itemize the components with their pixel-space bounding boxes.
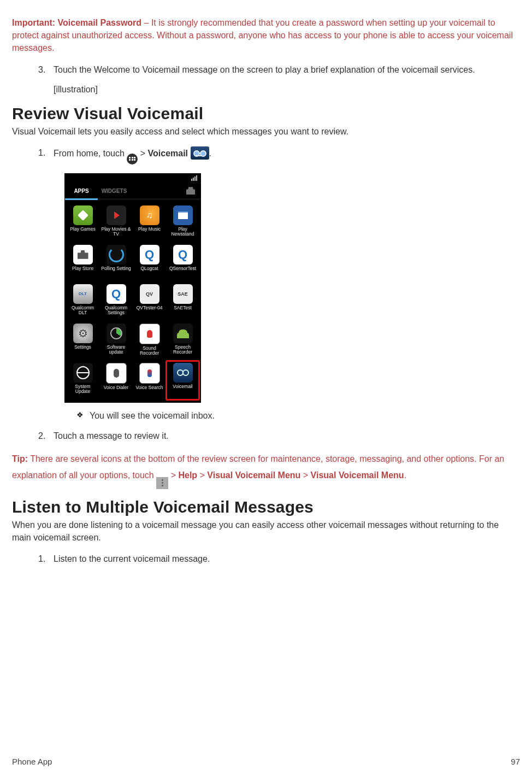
listen-step-1-text: Listen to the current voicemail message. bbox=[54, 554, 210, 563]
app-label: Play Games bbox=[70, 227, 95, 232]
review-bullet-inbox: You will see the voicemail inbox. bbox=[76, 409, 520, 422]
period-1: . bbox=[209, 149, 211, 158]
apps-screenshot: APPS WIDGETS Play GamesPlay Movies & TVP… bbox=[64, 173, 520, 403]
app-icon bbox=[140, 245, 159, 264]
app-label: Play Store bbox=[72, 266, 93, 271]
step-3: 3. Touch the Welcome to Voicemail messag… bbox=[38, 63, 520, 76]
app-qualcomm-settings[interactable]: Qualcomm Settings bbox=[99, 282, 133, 321]
app-play-newsstand[interactable]: Play Newsstand bbox=[166, 203, 199, 243]
app-play-games[interactable]: Play Games bbox=[66, 203, 99, 243]
app-play-store[interactable]: Play Store bbox=[66, 243, 99, 282]
app-settings[interactable]: Settings bbox=[66, 321, 99, 361]
app-icon bbox=[173, 245, 193, 264]
app-play-movies-tv[interactable]: Play Movies & TV bbox=[99, 203, 133, 243]
app-speech-recorder[interactable]: Speech Recorder bbox=[166, 321, 199, 361]
app-system-update[interactable]: System Update bbox=[66, 361, 99, 400]
app-label: Polling Setting bbox=[101, 266, 131, 271]
apps-icon bbox=[127, 154, 138, 164]
important-note: Important: Voicemail Password – It is st… bbox=[12, 16, 520, 55]
app-icon bbox=[173, 363, 193, 383]
tip-note: Tip: There are several icons at the bott… bbox=[12, 451, 520, 489]
step-3-text: Touch the Welcome to Voicemail message o… bbox=[54, 65, 475, 74]
app-software-update[interactable]: Software update bbox=[99, 321, 133, 361]
app-icon bbox=[107, 324, 126, 343]
voicemail-icon bbox=[191, 146, 209, 160]
app-label: SAETest bbox=[174, 305, 192, 310]
app-label: Voicemail bbox=[173, 384, 192, 389]
review-step-1: 1. From home, touch > Voicemail . bbox=[38, 146, 520, 164]
tip-help: Help bbox=[178, 471, 197, 480]
review-step-1-pre: From home, touch bbox=[54, 149, 127, 158]
app-icon bbox=[139, 363, 160, 384]
app-label: QVTester-04 bbox=[137, 305, 163, 310]
menu-icon bbox=[156, 477, 168, 489]
tab-widgets[interactable]: WIDGETS bbox=[98, 184, 131, 200]
app-label: Qualcomm DLT bbox=[67, 305, 99, 316]
app-sound-recorder[interactable]: Sound Recorder bbox=[133, 321, 166, 361]
app-voicemail[interactable]: Voicemail bbox=[166, 361, 199, 400]
app-label: Sound Recorder bbox=[134, 346, 165, 356]
footer-page-number: 97 bbox=[511, 757, 520, 766]
app-icon: QV bbox=[140, 284, 159, 304]
app-icon bbox=[107, 245, 126, 264]
listen-step-1: 1. Listen to the current voicemail messa… bbox=[38, 552, 520, 565]
listen-step-1-number: 1. bbox=[38, 552, 50, 565]
app-polling-setting[interactable]: Polling Setting bbox=[99, 243, 133, 282]
app-qlogcat[interactable]: QLogcat bbox=[133, 243, 166, 282]
app-label: Voice Dialer bbox=[104, 385, 128, 390]
app-icon bbox=[73, 245, 93, 264]
phone-status-bar bbox=[65, 174, 200, 184]
tip-end: . bbox=[404, 471, 406, 480]
review-step-2: 2. Touch a message to review it. bbox=[38, 430, 520, 442]
review-step-2-text: Touch a message to review it. bbox=[54, 431, 169, 440]
listen-lead: When you are done listening to a voicema… bbox=[12, 519, 520, 544]
app-label: Settings bbox=[74, 345, 91, 350]
app-voice-dialer[interactable]: Voice Dialer bbox=[99, 361, 133, 400]
app-icon bbox=[139, 324, 160, 344]
footer-section: Phone App bbox=[12, 757, 52, 766]
app-icon bbox=[73, 284, 93, 304]
app-icon bbox=[73, 205, 93, 225]
app-qsensortest[interactable]: QSensorTest bbox=[166, 243, 199, 282]
app-label: Speech Recorder bbox=[167, 345, 199, 355]
tab-apps[interactable]: APPS bbox=[65, 184, 98, 200]
app-label: QSensorTest bbox=[169, 266, 196, 271]
illustration-placeholder: [illustration] bbox=[54, 85, 520, 95]
app-icon bbox=[73, 363, 93, 383]
app-icon bbox=[173, 205, 193, 225]
app-qualcomm-dlt[interactable]: Qualcomm DLT bbox=[66, 282, 99, 321]
tip-vvm-1: Visual Voicemail Menu bbox=[207, 471, 300, 480]
app-icon bbox=[107, 205, 126, 225]
app-label: Qualcomm Settings bbox=[101, 305, 132, 316]
review-lead: Visual Voicemail lets you easily access … bbox=[12, 125, 520, 138]
voicemail-bold: Voicemail bbox=[148, 149, 188, 158]
heading-listen-multiple: Listen to Multiple Voicemail Messages bbox=[12, 498, 520, 516]
heading-review-visual-voicemail: Review Visual Voicemail bbox=[12, 104, 520, 123]
app-voice-search[interactable]: Voice Search bbox=[133, 361, 166, 400]
app-label: System Update bbox=[67, 384, 99, 395]
app-label: Play Movies & TV bbox=[101, 227, 132, 237]
app-icon bbox=[107, 284, 126, 304]
app-icon bbox=[73, 324, 93, 343]
app-label: Voice Search bbox=[135, 385, 163, 390]
app-icon bbox=[106, 363, 127, 384]
app-label: Software update bbox=[101, 345, 132, 355]
shop-icon[interactable] bbox=[181, 184, 200, 200]
app-icon bbox=[140, 205, 159, 225]
tip-gt-2: > bbox=[197, 471, 207, 480]
review-step-1-number: 1. bbox=[38, 146, 50, 159]
app-saetest[interactable]: SAESAETest bbox=[166, 282, 199, 321]
app-label: QLogcat bbox=[140, 266, 158, 271]
app-play-music[interactable]: Play Music bbox=[133, 203, 166, 243]
gt-1: > bbox=[140, 149, 148, 158]
tip-label: Tip: bbox=[12, 454, 28, 463]
tip-gt-3: > bbox=[300, 471, 310, 480]
app-icon bbox=[173, 324, 193, 343]
app-label: Play Newsstand bbox=[167, 227, 199, 237]
app-icon: SAE bbox=[173, 284, 193, 304]
app-qvtester-04[interactable]: QVQVTester-04 bbox=[133, 282, 166, 321]
review-step-2-number: 2. bbox=[38, 430, 50, 442]
tip-vvm-2: Visual Voicemail Menu bbox=[311, 471, 404, 480]
step-3-number: 3. bbox=[38, 63, 50, 76]
app-label: Play Music bbox=[138, 227, 161, 232]
